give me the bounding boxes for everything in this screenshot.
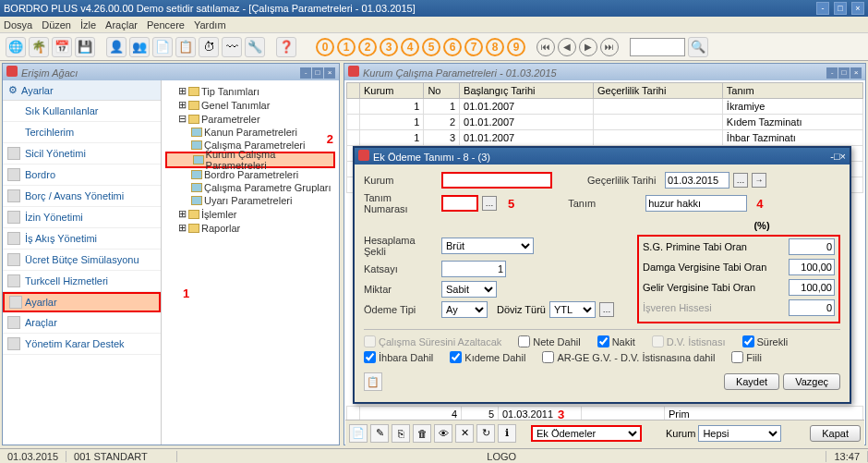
sidebar-item-izin[interactable]: İzin Yönetimi (3, 207, 161, 228)
tb-icon-7[interactable]: 📄 (152, 37, 173, 57)
tanimno-lookup-icon[interactable]: … (482, 196, 497, 211)
gpanel-min-icon[interactable]: - (826, 67, 838, 79)
vazgec-button[interactable]: Vazgeç (783, 373, 840, 390)
bb-x-icon[interactable]: ✕ (455, 424, 474, 443)
search-icon[interactable]: 🔍 (688, 37, 708, 57)
col-tanim[interactable]: Tanım (722, 83, 862, 99)
menu-yardim[interactable]: Yardım (194, 19, 226, 30)
nav-prev-icon[interactable]: ◀ (558, 38, 576, 56)
num-9[interactable]: 9 (507, 38, 525, 56)
select-odeme[interactable]: Ay (441, 301, 488, 318)
num-3[interactable]: 3 (380, 38, 398, 56)
num-4[interactable]: 4 (401, 38, 419, 56)
doviz-lookup-icon[interactable]: … (599, 302, 614, 317)
panel-min-icon[interactable]: - (300, 67, 311, 79)
input-katsayi[interactable] (441, 261, 506, 277)
menu-izle[interactable]: İzle (80, 19, 96, 30)
tb-icon-3[interactable]: 📅 (52, 37, 72, 57)
tree-genel[interactable]: ⊞ Genel Tanımlar (165, 98, 335, 112)
num-5[interactable]: 5 (422, 38, 440, 56)
num-0[interactable]: 0 (316, 38, 334, 56)
menu-duzen[interactable]: Düzen (42, 19, 71, 30)
chk-surekli[interactable]: Sürekli (742, 335, 789, 347)
select-miktar[interactable]: Sabit (441, 281, 497, 298)
tb-icon-6[interactable]: 👥 (129, 37, 150, 57)
tb-icon-9[interactable]: ⏱ (199, 37, 219, 57)
tb-icon-12[interactable]: ❓ (276, 37, 296, 57)
sidebar-item-sik[interactable]: Sık Kullanılanlar (3, 101, 161, 122)
num-8[interactable]: 8 (486, 38, 504, 56)
input-isveren[interactable] (789, 299, 835, 316)
tree-calisma-grup[interactable]: Çalışma Parametre Grupları (165, 181, 335, 194)
sidebar-item-ucret[interactable]: Ücret Bütçe Simülasyonu (3, 250, 161, 271)
tree-islemler[interactable]: ⊞ İşlemler (165, 207, 335, 221)
panel-close-icon[interactable]: × (324, 67, 335, 79)
input-kurum[interactable] (441, 172, 552, 189)
nav-first-icon[interactable]: ⏮ (536, 38, 555, 56)
maximize-icon[interactable]: □ (834, 2, 847, 15)
sidebar-item-isakis[interactable]: İş Akış Yönetimi (3, 228, 161, 250)
select-doviz[interactable]: YTL (549, 301, 596, 318)
menu-araclar[interactable]: Araçlar (105, 19, 138, 30)
col-baslangic[interactable]: Başlangıç Tarihi (460, 83, 594, 99)
table-row[interactable]: 1201.01.2007Kıdem Tazminatı (347, 115, 863, 130)
panel-max-icon[interactable]: □ (312, 67, 323, 79)
input-tanimno[interactable] (441, 195, 478, 212)
chk-fiili[interactable]: Fiili (731, 351, 762, 363)
menu-dosya[interactable]: Dosya (4, 19, 32, 30)
col-gecerlilik[interactable]: Geçerlilik Tarihi (594, 83, 723, 99)
kapat-button[interactable]: Kapat (810, 425, 861, 442)
nav-last-icon[interactable]: ⏭ (600, 38, 619, 56)
tree-param[interactable]: ⊟ Parametreler (165, 112, 335, 126)
input-sg[interactable] (789, 238, 835, 255)
sidebar-item-sicil[interactable]: Sicil Yönetimi (3, 143, 161, 164)
chk-arge[interactable]: AR-GE G.V. - D.V. İstisnasına dahil (542, 351, 715, 363)
dlg-close-icon[interactable]: × (840, 151, 846, 162)
toolbar-search-input[interactable] (630, 38, 685, 56)
tb-icon-11[interactable]: 🔧 (245, 37, 265, 57)
menu-pencere[interactable]: Pencere (147, 19, 185, 30)
close-icon[interactable]: × (851, 2, 864, 15)
col-no[interactable]: No (424, 83, 460, 99)
bb-refresh-icon[interactable]: ↻ (476, 424, 495, 443)
num-1[interactable]: 1 (337, 38, 356, 56)
select-hesap[interactable]: Brüt (441, 238, 534, 254)
nav-next-icon[interactable]: ▶ (579, 38, 597, 56)
gpanel-max-icon[interactable]: □ (838, 67, 850, 79)
chk-nete[interactable]: Nete Dahil (518, 335, 580, 347)
tree-kurum-calisma[interactable]: Kurum Çalışma Parametreleri (165, 152, 335, 168)
sidebar-item-yonetim[interactable]: Yönetim Karar Destek (3, 334, 161, 355)
bottom-combo[interactable]: Ek Ödemeler (531, 425, 642, 442)
tb-icon-5[interactable]: 👤 (106, 37, 127, 57)
tree-tip[interactable]: ⊞ Tip Tanımları (165, 84, 335, 98)
date-picker-icon[interactable]: … (733, 173, 748, 188)
num-7[interactable]: 7 (464, 38, 483, 56)
minimize-icon[interactable]: - (816, 2, 829, 15)
sidebar-item-araclar[interactable]: Araçlar (3, 312, 161, 334)
tb-icon-1[interactable]: 🌐 (6, 37, 26, 57)
col-kurum[interactable]: Kurum (360, 83, 424, 99)
table-row[interactable]: 1101.01.2007İkramiye (347, 99, 863, 115)
sidebar-item-turkcell[interactable]: Turkcell Hizmetleri (3, 271, 161, 292)
chk-nakit[interactable]: Nakit (597, 335, 635, 347)
chk-ihbara[interactable]: İhbara Dahil (364, 351, 433, 363)
kaydet-button[interactable]: Kaydet (724, 373, 779, 390)
dlg-copy-icon[interactable]: 📋 (364, 372, 382, 391)
tree-kanun[interactable]: Kanun Parametreleri (165, 126, 335, 139)
input-gecerlilik[interactable] (665, 172, 729, 189)
tree-uyari[interactable]: Uyarı Parametreleri (165, 194, 335, 207)
bottom-kurum-select[interactable]: Hepsi (698, 425, 781, 442)
sidebar-item-ayarlar[interactable]: Ayarlar (3, 292, 161, 312)
gpanel-close-icon[interactable]: × (850, 67, 862, 79)
bb-new-icon[interactable]: 📄 (349, 424, 368, 443)
tb-icon-2[interactable]: 🌴 (29, 37, 49, 57)
num-2[interactable]: 2 (358, 38, 377, 56)
tree-raporlar[interactable]: ⊞ Raporlar (165, 221, 335, 235)
table-row[interactable]: 1301.01.2007İhbar Tazminatı (347, 130, 863, 146)
tb-icon-4[interactable]: 💾 (75, 37, 95, 57)
chk-kideme[interactable]: Kıdeme Dahil (450, 351, 525, 363)
tb-icon-8[interactable]: 📋 (175, 37, 196, 57)
bb-edit-icon[interactable]: ✎ (370, 424, 389, 443)
sidebar-item-tercih[interactable]: Tercihlerim (3, 122, 161, 143)
num-6[interactable]: 6 (443, 38, 462, 56)
